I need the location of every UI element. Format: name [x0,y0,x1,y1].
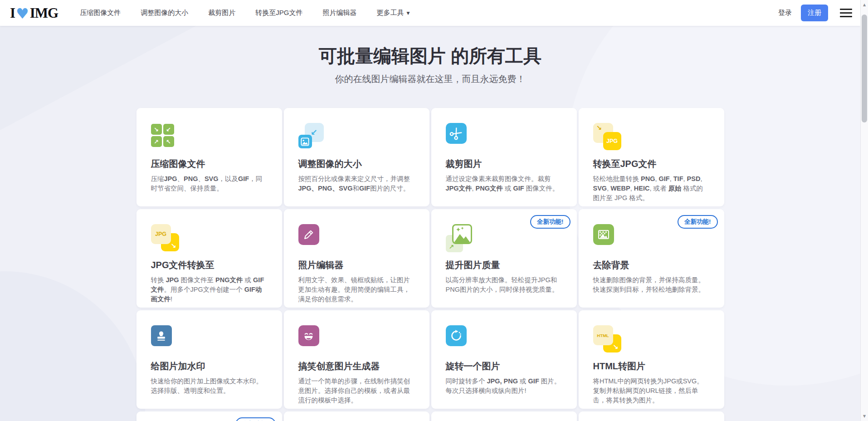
card-description: 同时旋转多个 JPG, PNG 或 GIF 图片。每次只选择横向或纵向图片! [446,377,562,396]
jpg-badge: JPG [603,132,621,150]
card-description: 快速删除图像的背景，并保持高质量。快速探测到目标，并轻松地删除背景。 [593,275,710,294]
card-title: 压缩图像文件 [151,158,268,170]
logo-text-i: I [10,5,15,21]
card-title: 去除背景 [593,259,710,271]
card-title: 照片编辑器 [298,259,415,271]
card-title: 裁剪图片 [446,158,562,170]
tool-card-resize-image[interactable]: ↙调整图像的大小按照百分比或像素来定义尺寸，并调整 JPG、PNG、SVG和GI… [284,108,429,206]
nav-item-label: 更多工具 [376,9,404,17]
card-description: 通过设定像素来裁剪图像文件。裁剪 JPG文件, PNG文件 或 GIF 图像文件… [446,174,562,193]
brand-logo[interactable]: I ♥ IMG [10,5,58,22]
tool-card-remove-background[interactable]: 全新功能!去除背景快速删除图像的背景，并保持高质量。快速探测到目标，并轻松地删除… [579,209,724,308]
card-title: 提升图片质量 [446,259,562,271]
crop-image-icon [446,123,479,152]
tool-card-watermark-image[interactable]: 给图片加水印快速给你的图片加上图像或文本水印。选择排版、透明度和位置。 [137,310,282,409]
card-title: 调整图像的大小 [298,158,415,170]
scrollbar-thumb[interactable] [862,15,867,122]
html-to-image-icon: ↘HTML [593,325,627,354]
nav-item-convert-to-jpg[interactable]: 转换至JPG文件 [255,9,302,17]
tools-grid: ↘↙↗↖压缩图像文件压缩JPG、PNG、SVG，以及GIF，同时节省空间、保持质… [137,108,724,421]
photo-editor-icon [298,224,332,253]
card-title: 搞笑创意图片生成器 [298,360,415,372]
rotate-image-icon [446,325,479,354]
tool-card-partial-3[interactable] [431,411,577,421]
convert-to-jpg-icon: ↘JPG [593,123,627,152]
page-subtitle: 你的在线图片编辑器就在这里，而且永远免费！ [0,73,860,85]
card-description: 轻松地批量转换 PNG, GIF, TIF, PSD, SVG, WEBP, H… [593,174,710,203]
tool-card-html-to-image[interactable]: ↘HTMLHTML转图片将HTML中的网页转换为JPG或SVG。复制并粘贴网页的… [579,310,724,409]
image-icon [298,135,312,148]
tool-card-upscale-image[interactable]: 全新功能!↗提升图片质量以高分辨率放大图像。轻松提升JPG和PNG图片的大小，同… [431,209,577,308]
pencil-icon [298,224,332,245]
hamburger-menu-icon[interactable] [840,9,852,17]
card-title: JPG文件转换至 [151,259,268,271]
card-description: 利用文字、效果、镜框或贴纸，让图片更加生动有趣。使用简便的编辑工具，满足你的创意… [298,275,415,304]
scissors-icon [446,123,479,144]
sparkle-image-icon [452,224,472,244]
nav-item-label: 转换至JPG文件 [255,9,302,17]
upscale-image-icon: ↗ [446,224,479,253]
logo-text-img: IMG [30,5,58,21]
nav-item-compress-image[interactable]: 压缩图像文件 [80,9,121,17]
tool-card-convert-to-jpg[interactable]: ↘JPG转换至JPG文件轻松地批量转换 PNG, GIF, TIF, PSD, … [579,108,724,206]
remove-background-icon [593,224,627,253]
login-link[interactable]: 登录 [778,9,792,17]
nav-item-label: 压缩图像文件 [80,9,121,17]
stamp-icon [151,325,185,346]
header: I ♥ IMG 压缩图像文件调整图像的大小裁剪图片转换至JPG文件照片编辑器更多… [0,0,860,26]
nav-item-more-tools[interactable]: 更多工具▼ [376,9,410,17]
laughing-face-icon [298,325,332,346]
main-nav: 压缩图像文件调整图像的大小裁剪图片转换至JPG文件照片编辑器更多工具▼ [58,9,410,17]
watermark-icon [151,325,185,354]
meme-generator-icon [298,325,332,354]
compress-image-icon: ↘↙↗↖ [151,123,185,152]
card-title: 给图片加水印 [151,360,268,372]
new-feature-badge: 全新功能! [678,215,718,229]
signup-button[interactable]: 注册 [801,5,828,21]
card-description: 将HTML中的网页转换为JPG或SVG。复制并粘贴网页的URL链接，然后单击，将… [593,377,710,405]
jpg-badge: JPG [151,224,171,244]
tool-card-rotate-image[interactable]: 旋转一个图片同时旋转多个 JPG, PNG 或 GIF 图片。每次只选择横向或纵… [431,310,577,409]
card-title: 旋转一个图片 [446,360,562,372]
transparent-image-icon [593,224,627,245]
tool-card-partial-4[interactable] [579,411,724,421]
tool-card-crop-image[interactable]: 裁剪图片通过设定像素来裁剪图像文件。裁剪 JPG文件, PNG文件 或 GIF … [431,108,577,206]
scrollbar[interactable]: ▲ ▼ [860,0,868,421]
card-description: 通过一个简单的步骤，在线制作搞笑创意图片。选择你自己的模板，或者从最流行的模板中… [298,377,415,405]
tool-card-compress-image[interactable]: ↘↙↗↖压缩图像文件压缩JPG、PNG、SVG，以及GIF，同时节省空间、保持质… [137,108,282,206]
page-title: 可批量编辑图片 的所有工具 [0,45,860,67]
resize-image-icon: ↙ [298,123,332,152]
tool-card-meme-generator[interactable]: 搞笑创意图片生成器通过一个简单的步骤，在线制作搞笑创意图片。选择你自己的模板，或… [284,310,429,409]
nav-item-resize-image[interactable]: 调整图像的大小 [141,9,188,17]
card-title: HTML转图片 [593,360,710,372]
card-description: 快速给你的图片加上图像或文本水印。选择排版、透明度和位置。 [151,377,268,396]
nav-item-label: 调整图像的大小 [141,9,188,17]
new-feature-badge: 全新功能! [235,417,276,421]
rotate-icon [446,325,479,346]
tool-card-photo-editor[interactable]: 照片编辑器利用文字、效果、镜框或贴纸，让图片更加生动有趣。使用简便的编辑工具，满… [284,209,429,308]
card-description: 按照百分比或像素来定义尺寸，并调整 JPG、PNG、SVG和GIF图片的尺寸。 [298,174,415,193]
tool-card-convert-from-jpg[interactable]: ↘JPGJPG文件转换至转换 JPG 图像文件至 PNG文件 或 GIF文件。用… [137,209,282,308]
convert-from-jpg-icon: ↘JPG [151,224,185,253]
heart-icon: ♥ [16,5,29,22]
card-description: 转换 JPG 图像文件至 PNG文件 或 GIF文件。用多个JPG文件创建一个 … [151,275,268,304]
scrollbar-up-icon[interactable]: ▲ [861,1,868,9]
card-description: 压缩JPG、PNG、SVG，以及GIF，同时节省空间、保持质量。 [151,174,268,193]
new-feature-badge: 全新功能! [530,215,571,229]
nav-item-label: 裁剪图片 [208,9,235,17]
card-description: 以高分辨率放大图像。轻松提升JPG和PNG图片的大小，同时保持视觉质量。 [446,275,562,294]
nav-item-photo-editor[interactable]: 照片编辑器 [322,9,356,17]
card-title: 转换至JPG文件 [593,158,710,170]
chevron-down-icon: ▼ [406,11,410,15]
tool-card-partial-1[interactable]: 全新功能! [137,411,282,421]
nav-item-label: 照片编辑器 [322,9,356,17]
nav-item-crop-image[interactable]: 裁剪图片 [208,9,235,17]
scrollbar-down-icon[interactable]: ▼ [861,412,868,420]
header-right: 登录 注册 [778,5,852,21]
html-badge: HTML [593,325,613,345]
page: I ♥ IMG 压缩图像文件调整图像的大小裁剪图片转换至JPG文件照片编辑器更多… [0,0,860,421]
main-content: 可批量编辑图片 的所有工具 你的在线图片编辑器就在这里，而且永远免费！ ↘↙↗↖… [0,26,860,421]
tool-card-partial-2[interactable] [284,411,429,421]
